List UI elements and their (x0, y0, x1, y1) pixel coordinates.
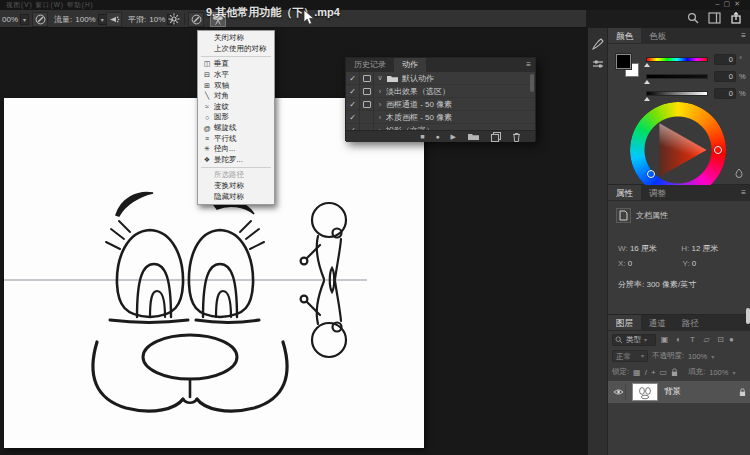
record-icon[interactable]: ● (435, 133, 439, 140)
brush-settings-panel-button[interactable] (588, 34, 608, 54)
menu-item-transform-symmetry[interactable]: 变换对称 (198, 181, 274, 192)
menu-item-diagonal[interactable]: ╲对角 (198, 91, 274, 102)
lock-all-icon[interactable] (671, 368, 678, 377)
action-dialog-toggle[interactable] (360, 98, 374, 111)
filter-toggle-icon[interactable]: ● (729, 335, 734, 344)
menu-item-symmetry-off[interactable]: 关闭对称 (198, 33, 274, 44)
menu-item-mandala[interactable]: ❖曼陀罗... (198, 155, 274, 166)
tab-adjustments[interactable]: 调整 (641, 185, 674, 200)
doc-y-value[interactable]: 0 (692, 259, 696, 268)
new-set-folder-icon[interactable] (467, 132, 480, 141)
doc-height-value[interactable]: 12 厘米 (691, 244, 718, 253)
action-dialog-toggle[interactable] (360, 85, 374, 98)
expand-closed-icon[interactable]: › (374, 88, 386, 95)
tab-swatches[interactable]: 色板 (641, 28, 674, 43)
action-row-default-actions[interactable]: ✓ ∨ 默认动作 (346, 72, 535, 85)
hue-marker[interactable] (714, 146, 722, 154)
slider-thumb[interactable] (644, 97, 650, 101)
menu-item-wavy[interactable]: ≈波纹 (198, 102, 274, 113)
saturation-slider[interactable] (646, 74, 708, 79)
action-row[interactable]: ✓ › 淡出效果（选区） (346, 85, 535, 98)
filter-smart-objects-icon[interactable]: ⊡ (715, 335, 726, 344)
flow-control[interactable]: 流量: 100% ▾ (54, 10, 107, 28)
foreground-color-swatch[interactable] (616, 54, 631, 69)
lock-position-icon[interactable]: + (651, 368, 656, 377)
stop-icon[interactable]: ■ (420, 133, 424, 140)
panel-menu-icon[interactable]: ≡ (741, 188, 746, 197)
hue-value[interactable]: 0 (714, 54, 736, 65)
opacity-control[interactable]: 00% ▾ (2, 10, 29, 28)
minimize-icon[interactable]: – (716, 0, 724, 7)
lock-transparency-icon[interactable]: ▦ (633, 368, 641, 377)
filter-type-layers-icon[interactable]: T (687, 335, 698, 344)
hue-slider[interactable] (646, 57, 708, 62)
opacity-pressure-button[interactable] (32, 12, 48, 27)
brushes-panel-button[interactable] (588, 54, 608, 74)
saturation-value[interactable]: 0 (714, 71, 736, 82)
action-row[interactable]: ✓ › 投影（文字） (346, 124, 535, 130)
layer-visibility-toggle[interactable] (612, 384, 626, 400)
layer-thumbnail[interactable] (632, 383, 658, 401)
smoothing-options-button[interactable] (168, 10, 180, 28)
menu-item-last-used[interactable]: 上次使用的对称 (198, 44, 274, 55)
play-icon[interactable]: ▶ (451, 133, 456, 141)
layer-filter-kind[interactable]: 类型 ▾ (612, 334, 656, 346)
menu-item-vertical[interactable]: ◫垂直 (198, 59, 274, 70)
expand-closed-icon[interactable]: › (374, 101, 386, 108)
blend-mode-select[interactable]: 正常 ▾ (612, 350, 648, 362)
brightness-slider[interactable] (646, 91, 708, 96)
scrollbar[interactable] (530, 74, 534, 92)
color-wheel[interactable] (630, 102, 726, 198)
menu-item-dual-axis[interactable]: ⊞双轴 (198, 80, 274, 91)
share-icon[interactable] (730, 12, 742, 24)
menu-bar[interactable]: 视图(V) 窗口(W) 帮助(H) (6, 1, 94, 10)
lock-artboard-icon[interactable]: ▭ (660, 368, 668, 377)
panel-menu-icon[interactable]: ≡ (526, 60, 531, 69)
menu-item-hide-symmetry[interactable]: 隐藏对称 (198, 191, 274, 202)
lock-pixels-icon[interactable]: / (645, 368, 647, 377)
expand-open-icon[interactable]: ∨ (374, 74, 386, 82)
menu-item-spiral[interactable]: @螺旋线 (198, 123, 274, 134)
action-dialog-toggle[interactable] (360, 72, 374, 85)
maximize-icon[interactable]: ▢ (724, 0, 735, 7)
scrollbar[interactable] (746, 308, 750, 324)
menu-item-circle[interactable]: ○圆形 (198, 112, 274, 123)
menu-item-horizontal[interactable]: ⊟水平 (198, 70, 274, 81)
tab-channels[interactable]: 通道 (641, 315, 674, 330)
action-check[interactable]: ✓ (346, 72, 360, 85)
filter-pixel-layers-icon[interactable]: ▣ (659, 335, 670, 344)
layer-row-background[interactable]: 背景 (608, 381, 750, 403)
tab-layers[interactable]: 图层 (608, 315, 641, 330)
color-swatches[interactable] (616, 54, 642, 80)
eyedropper-icon[interactable] (734, 168, 744, 178)
filter-adjustment-layers-icon[interactable]: ◐ (673, 335, 684, 344)
brightness-value[interactable]: 0 (714, 88, 736, 99)
airbrush-button[interactable] (106, 12, 122, 27)
layer-fill-value[interactable]: 100% (709, 368, 728, 377)
menu-item-radial[interactable]: ✳径向... (198, 144, 274, 155)
filter-shape-layers-icon[interactable]: ▱ (701, 335, 712, 344)
chevron-down-icon[interactable]: ▾ (20, 14, 29, 25)
slider-thumb[interactable] (644, 63, 650, 67)
tab-history[interactable]: 历史记录 (346, 58, 394, 72)
trash-icon[interactable] (512, 132, 521, 142)
color-marker[interactable] (647, 170, 655, 178)
search-icon[interactable] (687, 12, 699, 24)
expand-closed-icon[interactable]: › (374, 127, 386, 131)
new-action-icon[interactable] (491, 132, 501, 142)
tab-paths[interactable]: 路径 (674, 315, 707, 330)
menu-item-parallel-lines[interactable]: ≡平行线 (198, 133, 274, 144)
tab-color[interactable]: 颜色 (608, 28, 641, 43)
expand-closed-icon[interactable]: › (374, 114, 386, 121)
doc-width-value[interactable]: 16 厘米 (630, 244, 657, 253)
tab-properties[interactable]: 属性 (608, 185, 641, 200)
tab-actions[interactable]: 动作 (394, 58, 426, 72)
action-row[interactable]: ✓ › 画框通道 - 50 像素 (346, 98, 535, 111)
layer-opacity-value[interactable]: 100% (688, 352, 707, 361)
slider-thumb[interactable] (644, 80, 650, 84)
panel-menu-icon[interactable]: ≡ (741, 31, 746, 40)
close-icon[interactable]: ✕ (734, 0, 744, 7)
doc-x-value[interactable]: 0 (628, 259, 632, 268)
size-pressure-button[interactable] (188, 12, 204, 27)
workspace-icon[interactable] (708, 12, 721, 24)
